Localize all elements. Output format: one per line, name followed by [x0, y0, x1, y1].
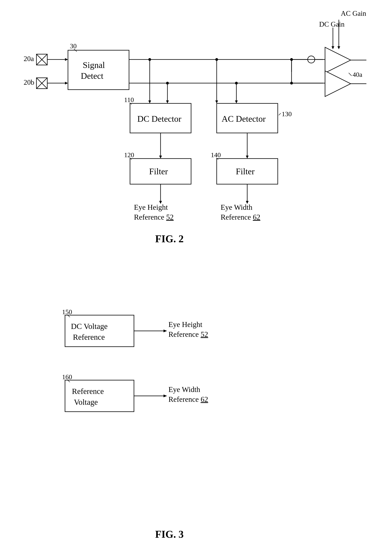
- label-140: 140: [211, 151, 221, 158]
- dc-detector-label: DC Detector: [137, 114, 182, 124]
- svg-rect-60: [65, 315, 134, 347]
- fig3-eye-width-label2: Reference 62: [168, 395, 208, 403]
- svg-marker-9: [65, 82, 68, 85]
- svg-point-55: [166, 82, 169, 85]
- svg-marker-63: [164, 330, 167, 332]
- ref-voltage-label2: Voltage: [74, 398, 98, 407]
- fig3-eye-width-label: Eye Width: [168, 385, 200, 393]
- fig3-eye-height-label2: Reference 52: [168, 330, 208, 338]
- eye-height-ref-label: Eye Height: [134, 203, 168, 211]
- fig3-eye-height-label: Eye Height: [168, 320, 202, 329]
- ac-gain-label: AC Gain: [341, 9, 366, 17]
- svg-rect-64: [65, 380, 134, 412]
- svg-marker-29: [246, 156, 249, 158]
- ac-detector-label: AC Detector: [222, 114, 266, 124]
- signal-detect-label2: Detect: [81, 71, 104, 81]
- svg-marker-15: [148, 100, 151, 103]
- svg-marker-21: [235, 100, 238, 103]
- label-130: 130: [282, 110, 292, 118]
- label-40a: 40a: [353, 71, 362, 78]
- label-120: 120: [124, 151, 134, 158]
- svg-marker-40: [325, 47, 351, 73]
- svg-line-50: [349, 73, 352, 76]
- eye-width-ref-label: Eye Width: [221, 203, 252, 211]
- svg-point-57: [235, 82, 238, 85]
- eye-height-ref-label2: Reference 52: [134, 213, 174, 221]
- svg-marker-27: [159, 156, 162, 158]
- svg-point-59: [290, 82, 293, 85]
- svg-marker-67: [164, 394, 167, 397]
- label-160: 160: [62, 373, 72, 381]
- label-150: 150: [62, 308, 72, 315]
- svg-marker-43: [325, 71, 351, 96]
- fig2-title: FIG. 2: [155, 233, 183, 244]
- svg-rect-10: [68, 50, 129, 90]
- dc-voltage-ref-label2: Reference: [73, 333, 105, 341]
- label-30: 30: [70, 42, 77, 50]
- page-container: 20a 20b Signal Detect 30 DC Detector 110…: [0, 0, 392, 558]
- fig3-title: FIG. 3: [155, 529, 183, 540]
- eye-width-ref-label2: Reference 62: [221, 213, 261, 221]
- svg-marker-7: [65, 58, 68, 61]
- svg-marker-46: [337, 46, 340, 49]
- signal-detect-label: Signal: [83, 60, 105, 70]
- svg-marker-19: [215, 100, 218, 103]
- svg-line-25: [279, 113, 281, 115]
- dc-gain-label: DC Gain: [319, 20, 345, 28]
- svg-point-54: [148, 58, 151, 61]
- svg-point-56: [215, 58, 218, 61]
- ref-voltage-label: Reference: [72, 387, 104, 396]
- svg-point-58: [290, 58, 293, 61]
- label-110: 110: [124, 96, 134, 103]
- dc-voltage-ref-label: DC Voltage: [71, 322, 108, 331]
- filter1-label: Filter: [149, 167, 168, 176]
- svg-marker-17: [166, 100, 169, 103]
- label-20a: 20a: [24, 55, 34, 63]
- label-20b: 20b: [24, 78, 34, 86]
- svg-marker-48: [331, 46, 334, 49]
- filter2-label: Filter: [236, 167, 255, 176]
